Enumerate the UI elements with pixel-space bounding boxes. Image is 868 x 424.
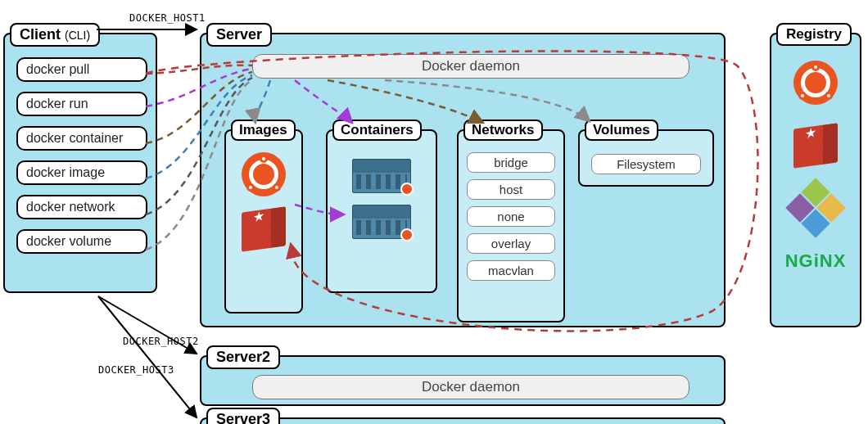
networks-title: Networks xyxy=(463,120,543,141)
docker-host1-label: DOCKER_HOST1 xyxy=(129,12,206,24)
images-title: Images xyxy=(231,120,296,141)
ubuntu-icon xyxy=(242,152,286,196)
cmd-docker-run[interactable]: docker run xyxy=(16,92,147,116)
network-bridge: bridge xyxy=(467,152,555,173)
network-macvlan: macvlan xyxy=(467,260,555,281)
cmd-docker-volume[interactable]: docker volume xyxy=(16,229,147,254)
volumes-title: Volumes xyxy=(585,120,658,141)
container-icon xyxy=(352,159,411,193)
containers-section: Containers xyxy=(326,129,437,293)
container-icon xyxy=(352,205,411,239)
redis-icon: ★ xyxy=(793,126,838,165)
centos-icon xyxy=(785,178,846,238)
images-section: Images ★ xyxy=(224,129,303,313)
server-title: Server xyxy=(206,23,272,47)
ubuntu-icon xyxy=(793,61,838,105)
cmd-docker-image[interactable]: docker image xyxy=(16,160,147,185)
registry-title: Registry xyxy=(776,23,852,46)
volumes-section: Volumes Filesystem xyxy=(578,129,714,187)
redis-icon: ★ xyxy=(242,210,286,249)
nginx-icon: NGiNX xyxy=(785,250,847,272)
client-title: Client (CLI) xyxy=(10,23,100,47)
docker-host3-label: DOCKER_HOST3 xyxy=(98,364,174,376)
server2-title: Server2 xyxy=(206,345,280,369)
networks-section: Networks bridge host none overlay macvla… xyxy=(457,129,565,323)
network-host: host xyxy=(467,179,555,200)
server3-title: Server3 xyxy=(206,408,280,424)
cmd-docker-pull[interactable]: docker pull xyxy=(16,57,147,82)
volume-filesystem: Filesystem xyxy=(591,154,701,174)
client-box: Client (CLI) docker pull docker run dock… xyxy=(3,33,157,293)
server-box: Server Docker daemon Images ★ Containers… xyxy=(200,33,726,327)
network-none: none xyxy=(467,206,555,227)
docker-host2-label: DOCKER_HOST2 xyxy=(123,336,199,347)
network-overlay: overlay xyxy=(467,233,555,254)
registry-box: Registry ★ NGiNX xyxy=(770,33,861,327)
cmd-docker-container[interactable]: docker container xyxy=(16,126,147,151)
svg-line-2 xyxy=(98,296,197,417)
docker-daemon-bar-2: Docker daemon xyxy=(252,375,689,399)
docker-daemon-bar: Docker daemon xyxy=(252,54,689,79)
server2-box: Server2 Docker daemon xyxy=(200,355,726,406)
containers-title: Containers xyxy=(332,120,422,141)
server3-box: Server3 xyxy=(200,417,726,424)
cmd-docker-network[interactable]: docker network xyxy=(16,195,147,219)
